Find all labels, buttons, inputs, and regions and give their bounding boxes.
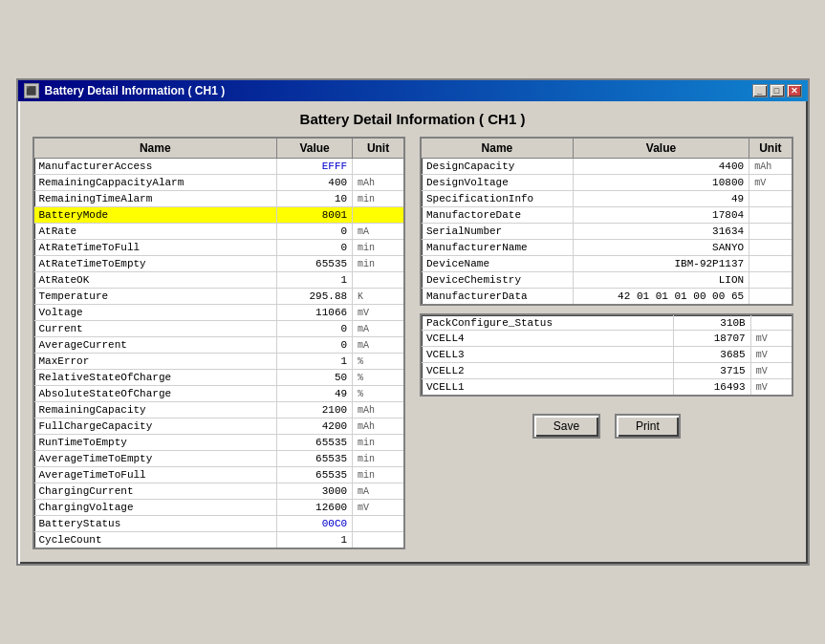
cell-name: AtRateOK <box>33 272 277 289</box>
cell-unit: min <box>353 467 404 483</box>
cell-name: AverageCurrent <box>33 337 277 354</box>
tables-wrapper: Name Value Unit ManufacturerAccessEFFFRe… <box>33 137 793 549</box>
cell-unit <box>749 191 792 207</box>
table-row: PackConfigure_Status310B <box>421 314 792 331</box>
cell-name: BatteryStatus <box>33 516 277 532</box>
maximize-button[interactable]: □ <box>770 84 785 97</box>
table-row: RelativeStateOfCharge50% <box>33 370 405 386</box>
title-bar: ⬛ Battery Detail Information ( CH1 ) _ □… <box>18 80 808 101</box>
print-button[interactable]: Print <box>615 414 681 439</box>
cell-value: 2100 <box>277 402 353 419</box>
right-section: Name Value Unit DesignCapacity4400mAhDes… <box>420 137 793 439</box>
cell-name: PackConfigure_Status <box>421 314 673 331</box>
cell-unit <box>750 314 792 331</box>
cell-name: Temperature <box>33 289 277 305</box>
cell-name: ChargingVoltage <box>33 500 277 516</box>
cell-value: LION <box>573 272 749 289</box>
cell-value: 10800 <box>573 175 749 191</box>
cell-unit: min <box>353 435 404 451</box>
table-row: SpecificationInfo49 <box>421 191 792 207</box>
save-button[interactable]: Save <box>532 414 600 439</box>
table-row: AtRateOK1 <box>33 272 405 289</box>
cell-unit: mV <box>353 305 404 321</box>
cell-name: VCELL3 <box>421 347 673 363</box>
table-row: BatteryStatus00C0 <box>33 516 405 532</box>
window-title: Battery Detail Information ( CH1 ) <box>45 84 226 97</box>
close-button[interactable]: ✕ <box>787 84 802 97</box>
cell-value: 12600 <box>277 500 353 516</box>
table-row: ManufacturerData42 01 01 01 00 00 65 <box>421 289 792 305</box>
right-table-bottom: PackConfigure_Status310BVCELL418707mVVCE… <box>420 313 793 397</box>
cell-name: ManufacturerData <box>421 289 573 305</box>
cell-value: 1 <box>277 354 353 370</box>
table-row: ManufacturerAccessEFFF <box>33 159 405 175</box>
left-table: Name Value Unit ManufacturerAccessEFFFRe… <box>33 137 406 549</box>
cell-value: 18707 <box>673 331 750 347</box>
left-col-name: Name <box>33 138 277 159</box>
cell-unit <box>749 289 792 305</box>
table-row: RemainingTimeAlarm10min <box>33 191 405 207</box>
cell-unit: mA <box>353 483 404 500</box>
left-col-unit: Unit <box>353 138 404 159</box>
cell-unit <box>749 224 792 240</box>
table-row: AverageTimeToFull65535min <box>33 467 405 483</box>
left-col-value: Value <box>277 138 353 159</box>
cell-name: DeviceChemistry <box>421 272 573 289</box>
page-title: Battery Detail Information ( CH1 ) <box>33 111 793 127</box>
minimize-button[interactable]: _ <box>752 84 768 97</box>
cell-value: 11066 <box>277 305 353 321</box>
table-row: DesignCapacity4400mAh <box>421 159 792 175</box>
cell-value: 8001 <box>277 207 353 224</box>
cell-name: CycleCount <box>33 532 277 548</box>
table-row: MaxError1% <box>33 354 405 370</box>
cell-unit: min <box>353 240 404 256</box>
cell-unit: mV <box>750 363 792 379</box>
table-row: Voltage11066mV <box>33 305 405 321</box>
table-row: RemainingCappacityAlarm400mAh <box>33 175 405 191</box>
table-row: VCELL116493mV <box>421 379 792 396</box>
table-row: BatteryMode8001 <box>33 207 405 224</box>
table-row: VCELL418707mV <box>421 331 792 347</box>
cell-value: 3000 <box>277 483 353 500</box>
cell-unit: mA <box>353 224 404 240</box>
cell-value: 1 <box>277 532 353 548</box>
cell-name: VCELL1 <box>421 379 673 396</box>
cell-unit: mV <box>750 331 792 347</box>
cell-value: 42 01 01 01 00 00 65 <box>573 289 749 305</box>
cell-name: DesignCapacity <box>421 159 573 175</box>
cell-name: VCELL4 <box>421 331 673 347</box>
table-row: AverageCurrent0mA <box>33 337 405 354</box>
cell-unit: mAh <box>353 419 404 435</box>
cell-value: EFFF <box>277 159 353 175</box>
cell-name: MaxError <box>33 354 277 370</box>
table-row: DesignVoltage10800mV <box>421 175 792 191</box>
table-row: Current0mA <box>33 321 405 337</box>
cell-value: 17804 <box>573 207 749 224</box>
cell-unit: K <box>353 289 404 305</box>
cell-value: 3715 <box>673 363 750 379</box>
table-row: AtRateTimeToEmpty65535min <box>33 256 405 272</box>
cell-unit: min <box>353 191 404 207</box>
cell-value: 0 <box>277 321 353 337</box>
cell-unit <box>749 207 792 224</box>
content-area: Battery Detail Information ( CH1 ) Name … <box>18 101 808 564</box>
cell-value: IBM-92P1137 <box>573 256 749 272</box>
cell-unit <box>353 159 404 175</box>
cell-name: BatteryMode <box>33 207 277 224</box>
cell-unit: % <box>353 354 404 370</box>
cell-name: AtRateTimeToFull <box>33 240 277 256</box>
cell-value: 0 <box>277 240 353 256</box>
cell-value: 0 <box>277 224 353 240</box>
title-buttons: _ □ ✕ <box>752 84 802 97</box>
cell-unit <box>353 207 404 224</box>
button-row: Save Print <box>420 414 793 439</box>
cell-name: ManufacturerName <box>421 240 573 256</box>
cell-name: SpecificationInfo <box>421 191 573 207</box>
cell-value: 16493 <box>673 379 750 396</box>
table-row: ChargingVoltage12600mV <box>33 500 405 516</box>
cell-name: ManufactoreDate <box>421 207 573 224</box>
right-col-unit: Unit <box>749 138 792 159</box>
table-row: VCELL23715mV <box>421 363 792 379</box>
table-row: AtRateTimeToFull0min <box>33 240 405 256</box>
cell-value: 400 <box>277 175 353 191</box>
